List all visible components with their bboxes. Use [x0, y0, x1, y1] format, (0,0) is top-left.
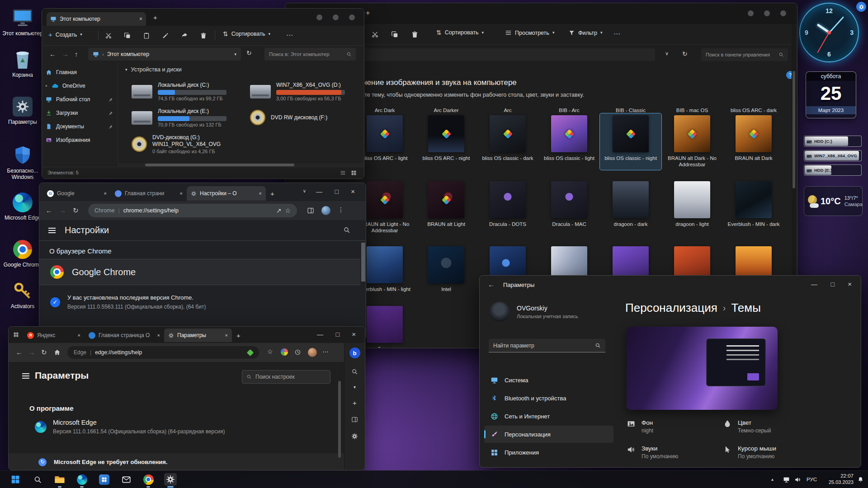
thumbnail-view-icon[interactable]	[351, 170, 357, 176]
sidebar-item-documents[interactable]: Документы	[42, 120, 118, 133]
rename-icon[interactable]	[162, 32, 169, 39]
bookmark-star-icon[interactable]: ☆	[285, 207, 291, 214]
drive-meter-c[interactable]: HDD (C:)	[804, 136, 862, 147]
theme-item[interactable]: BRAUN alt Dark	[723, 113, 784, 170]
tile-sounds[interactable]: ЗвукиПо умолчанию	[627, 445, 678, 460]
theme-preview[interactable]	[627, 327, 778, 410]
settings-search-box[interactable]: Поиск настроек	[242, 370, 330, 384]
tile-cursor[interactable]: Курсор мышиПо умолчанию	[723, 445, 776, 460]
address-dropdown-icon[interactable]: ∨	[665, 51, 669, 56]
taskbar-store-button[interactable]	[98, 473, 110, 486]
tile-background[interactable]: Фонnight	[627, 419, 653, 434]
breadcrumb-bar[interactable]: › Этот компьютер ▾	[88, 48, 241, 61]
desktop-icon-windows-security[interactable]: Безопасно... Windows	[1, 145, 44, 181]
profile-avatar[interactable]	[308, 348, 317, 357]
taskbar-search-button[interactable]	[31, 473, 44, 486]
browser-tab[interactable]: G Google ×	[43, 186, 111, 201]
explorer-search-box[interactable]: Поиск в: Этот компьютер	[264, 48, 356, 61]
close-button[interactable]: ×	[351, 188, 355, 195]
theme-item[interactable]: BRAUN alt Dark - No Addressbar	[661, 113, 723, 170]
address-bar[interactable]: Chrome | chrome://settings/help ↗ ☆	[88, 204, 297, 217]
theme-item[interactable]: Dracula - MAC	[538, 179, 600, 236]
address-bar[interactable]: Edge | edge://settings/help	[67, 346, 259, 359]
maximize-button[interactable]	[764, 10, 770, 16]
theme-item[interactable]: Dracula - DOTS	[477, 179, 538, 236]
close-button[interactable]: ×	[848, 281, 852, 287]
nav-item-apps[interactable]: Приложения	[484, 444, 613, 461]
sidebar-item-onedrive[interactable]: ▸OneDrive	[42, 79, 118, 93]
history-icon[interactable]	[294, 349, 301, 356]
copy-icon[interactable]	[391, 31, 399, 38]
language-indicator[interactable]: РУС	[807, 477, 817, 482]
user-account[interactable]: OVGorskiy Локальная учетная запись	[490, 302, 578, 322]
desktop-icon-chrome[interactable]: Google Chrome	[1, 239, 44, 268]
close-button[interactable]	[349, 14, 355, 20]
browser-tab-active[interactable]: Параметры ×	[164, 328, 232, 342]
drive-item-g[interactable]: DVD-дисковод (G:) WIN11_PRO_VL_X64_OVG 0…	[132, 134, 234, 154]
settings-icon[interactable]	[351, 433, 358, 440]
scrollbar[interactable]	[361, 241, 366, 339]
browser-tab[interactable]: Главная страница O ×	[85, 328, 164, 342]
delete-icon[interactable]	[200, 32, 207, 39]
theme-item[interactable]: bliss OS classic - dark	[477, 113, 538, 170]
new-tab-button[interactable]: +	[366, 9, 370, 17]
up-button[interactable]: ↑	[75, 50, 78, 58]
nav-item-accounts[interactable]	[484, 462, 613, 468]
desktop-icon-this-pc[interactable]: Этот компьютер	[1, 7, 44, 37]
nav-item-personalization[interactable]: Персонализация	[484, 426, 613, 443]
drive-item-f[interactable]: DVD RW дисковод (F:)	[250, 110, 327, 125]
cut-icon[interactable]	[371, 31, 379, 38]
sort-button[interactable]: ⇅ Сортировать ▾	[223, 31, 270, 37]
add-icon[interactable]: +	[353, 399, 357, 406]
drive-meter-e[interactable]: HDD (E:)	[804, 164, 862, 176]
forward-button[interactable]: →	[59, 206, 66, 214]
close-tab-icon[interactable]: ×	[157, 333, 160, 338]
desktop-icon-recycle-bin[interactable]: Корзина	[1, 49, 44, 79]
minimize-button[interactable]: —	[317, 331, 323, 338]
sidebar-item-home[interactable]: Главная	[42, 66, 118, 79]
taskbar-settings-button[interactable]	[164, 473, 177, 486]
menu-icon[interactable]: ⋯	[322, 348, 329, 355]
back-button[interactable]: ←	[488, 281, 495, 288]
refresh-button[interactable]: ↻	[41, 348, 47, 357]
more-button[interactable]: ⋯	[613, 30, 620, 37]
notification-bell-icon[interactable]	[857, 476, 864, 483]
maximize-button[interactable]: □	[335, 188, 339, 195]
taskbar-mail-button[interactable]	[120, 473, 132, 486]
forward-button[interactable]: →	[62, 50, 69, 58]
drive-meter-widget[interactable]: HDD (C:) WIN7_X86_X64_OVG HDD (E:)	[804, 136, 862, 176]
details-view-icon[interactable]	[340, 170, 346, 176]
refresh-icon[interactable]: ↻	[246, 50, 252, 56]
settings-search-box[interactable]: Найти параметр	[489, 339, 605, 352]
filter-button[interactable]: Фильтр▾	[568, 29, 603, 36]
volume-icon[interactable]	[794, 476, 801, 483]
scrollbar-thumb[interactable]	[361, 243, 365, 282]
tab-actions-icon[interactable]	[13, 332, 19, 338]
minimize-button[interactable]: —	[811, 281, 817, 287]
chevron-down-icon[interactable]: ▾	[234, 52, 236, 56]
sidebar-item-downloads[interactable]: Загрузки	[42, 106, 118, 120]
maximize-button[interactable]: □	[831, 281, 835, 287]
browser-tab[interactable]: Я Яндекс ×	[23, 328, 85, 342]
back-button[interactable]: ←	[16, 348, 23, 356]
explorer-tab[interactable]: Этот компьютер ×	[47, 12, 146, 26]
new-button[interactable]: + Создать ▾	[48, 31, 82, 38]
layout-icon[interactable]	[351, 416, 358, 423]
sidebar-item-pictures[interactable]: Изображения	[42, 133, 118, 147]
adguard-icon[interactable]	[247, 349, 254, 356]
new-tab-button[interactable]: +	[236, 332, 241, 339]
start-button[interactable]	[9, 473, 22, 486]
close-tab-icon[interactable]: ×	[139, 16, 142, 22]
forward-button[interactable]: →	[28, 348, 35, 356]
favorites-icon[interactable]: ☆	[267, 348, 273, 355]
back-button[interactable]: ←	[46, 206, 52, 214]
cut-icon[interactable]	[105, 32, 112, 39]
search-icon[interactable]	[343, 226, 350, 234]
scrollbar-thumb[interactable]	[793, 71, 795, 188]
maximize-button[interactable]	[333, 14, 339, 20]
desktop-icon-activators[interactable]: Activators	[1, 280, 44, 310]
minimize-button[interactable]: —	[316, 188, 322, 195]
close-tab-icon[interactable]: ×	[180, 191, 183, 196]
chevron-down-icon[interactable]: ▾	[354, 385, 356, 389]
taskbar-edge-button[interactable]	[75, 473, 88, 486]
